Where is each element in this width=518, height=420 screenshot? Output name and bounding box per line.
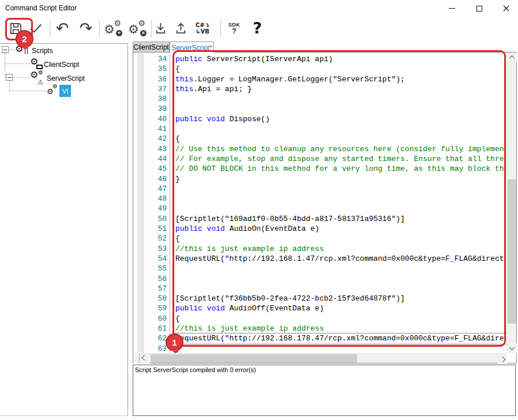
code-line[interactable]: 52{ [133, 234, 506, 243]
toolbar-separator [99, 20, 100, 38]
code-line[interactable]: 60{ [133, 314, 506, 324]
close-button[interactable] [494, 0, 518, 17]
code-line[interactable]: 59public void AudioOff(EventData e) [133, 303, 506, 313]
sidebar-item-scripts[interactable]: Scripts [32, 47, 53, 55]
code-text: [Scriptlet("f36bb5b0-2fea-4722-bcb2-15f3… [175, 294, 506, 303]
line-number: 51 [133, 224, 170, 234]
sdk-help-icon: SDK ? [228, 22, 241, 35]
code-editor: 34public ServerScript(IServerApi api)35{… [133, 52, 517, 363]
code-line[interactable]: 56 [133, 274, 506, 284]
remove-script-button[interactable]: ⚙ ⚙ × [127, 18, 147, 38]
status-panel: Script ServerScript compiled with 0 erro… [133, 365, 516, 416]
code-line[interactable]: 40public void Dispose() [133, 114, 506, 124]
toolbar-separator [151, 20, 152, 38]
client-script-icon: ⚙ [30, 57, 43, 70]
code-line[interactable]: 58[Scriptlet("f36bb5b0-2fea-4722-bcb2-15… [133, 294, 506, 303]
sdk-help-button[interactable]: SDK ? [226, 18, 242, 38]
collapse-icon[interactable] [6, 74, 13, 81]
horizontal-scroll-thumb[interactable] [151, 354, 357, 363]
vertical-scrollbar[interactable] [506, 52, 516, 353]
code-line[interactable]: 54RequestURL("http://192.168.1.47/rcp.xm… [133, 254, 506, 264]
code-line[interactable]: 48 [133, 194, 506, 204]
undo-button[interactable]: ↶ [53, 18, 72, 38]
line-number: 43 [133, 144, 170, 154]
code-line[interactable]: 42{ [133, 134, 506, 144]
line-number: 59 [133, 303, 170, 313]
code-line[interactable]: 38 [133, 94, 506, 104]
help-button[interactable]: ? [249, 18, 265, 38]
scroll-up-button[interactable] [507, 52, 517, 62]
code-line[interactable]: 50[Scriptlet("169ad1f0-0b55-4bdd-a817-58… [133, 214, 506, 224]
line-number: 45 [133, 164, 170, 174]
tab-serverscript[interactable]: ServerScript* [170, 42, 214, 53]
line-number: 61 [133, 324, 170, 333]
line-number: 58 [133, 294, 170, 303]
line-number: 44 [133, 154, 170, 164]
sidebar-item-vi[interactable]: VI [59, 85, 71, 97]
code-line[interactable]: 39 [133, 104, 506, 114]
sidebar-item-clientscript[interactable]: ClientScript [44, 61, 79, 69]
code-line[interactable]: 35{ [133, 64, 506, 74]
horizontal-scrollbar[interactable] [133, 353, 508, 363]
tree-connector [9, 81, 10, 91]
tab-clientscript[interactable]: ClientScript [133, 42, 170, 52]
code-line[interactable]: 43// Use this method to cleanup any reso… [133, 144, 506, 154]
code-line[interactable]: 55 [133, 264, 506, 273]
scroll-left-button[interactable] [140, 354, 149, 363]
code-text: // For example, stop and dispose any sta… [175, 154, 506, 164]
line-number: 63 [133, 344, 170, 353]
code-text [175, 184, 506, 194]
code-line[interactable]: 46} [133, 174, 506, 184]
maximize-button[interactable] [467, 0, 491, 17]
scroll-down-button[interactable] [507, 343, 517, 353]
line-number: 56 [133, 274, 170, 284]
sidebar-item-serverscript[interactable]: ServerScript [47, 74, 85, 82]
download-icon [153, 21, 168, 36]
code-line[interactable]: 45// DO NOT BLOCK in this method for a v… [133, 164, 506, 174]
code-line[interactable]: 63} [133, 344, 506, 353]
toolbar: ↶ ↷ ⚙ ⚙ + ⚙ ⚙ × [0, 17, 518, 43]
scrollbar-corner [506, 353, 516, 363]
validate-button[interactable] [28, 18, 44, 38]
code-text: { [175, 234, 506, 243]
check-icon [28, 21, 43, 36]
export-button[interactable] [172, 18, 189, 38]
code-area[interactable]: 34public ServerScript(IServerApi api)35{… [133, 54, 506, 353]
code-text: { [175, 314, 506, 324]
add-script-button[interactable]: ⚙ ⚙ + [103, 18, 123, 38]
code-line[interactable]: 62RequestURL("http://192.168.178.47/rcp.… [133, 333, 506, 343]
minimize-button[interactable] [440, 0, 464, 17]
csharp-vb-convert-button[interactable]: C#↴ ↳VB [193, 18, 212, 38]
collapse-icon[interactable] [2, 46, 9, 53]
code-line[interactable]: 49 [133, 204, 506, 213]
redo-icon: ↷ [80, 20, 93, 37]
line-number: 50 [133, 214, 170, 224]
code-line[interactable]: 51public void AudioOn(EventData e) [133, 224, 506, 234]
line-number: 37 [133, 84, 170, 94]
tree-connector [5, 63, 30, 64]
code-line[interactable]: 57 [133, 284, 506, 294]
line-number: 47 [133, 184, 170, 194]
save-button[interactable] [7, 18, 24, 38]
hscroll-grip[interactable] [133, 354, 140, 363]
code-line[interactable]: 37this.Api = api; } [133, 84, 506, 94]
code-line[interactable]: 53//this is just example ip address [133, 244, 506, 254]
code-line[interactable]: 61//this is just example ip address [133, 324, 506, 333]
line-number: 46 [133, 174, 170, 184]
vertical-scroll-thumb[interactable] [508, 179, 516, 324]
chevron-right-icon [500, 357, 506, 362]
line-number: 55 [133, 264, 170, 273]
code-text: public void AudioOn(EventData e) [175, 224, 506, 234]
code-line[interactable]: 44// For example, stop and dispose any s… [133, 154, 506, 164]
code-line[interactable]: 36this.Logger = LogManager.GetLogger("Se… [133, 74, 506, 84]
import-button[interactable] [152, 18, 168, 38]
code-line[interactable]: 47 [133, 184, 506, 194]
code-text: //this is just example ip address [175, 244, 506, 254]
redo-button[interactable]: ↷ [77, 18, 95, 38]
code-text: this.Api = api; } [175, 84, 506, 94]
save-icon [8, 21, 24, 36]
code-line[interactable]: 34public ServerScript(IServerApi api) [133, 54, 506, 64]
code-text [175, 194, 506, 204]
toolbar-separator [220, 20, 221, 38]
code-line[interactable]: 41 [133, 124, 506, 134]
